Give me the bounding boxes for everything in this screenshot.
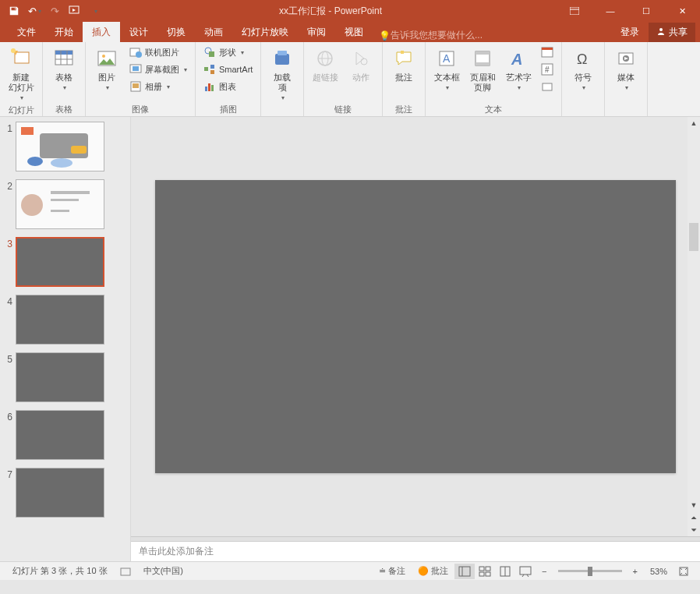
svg-rect-53: [486, 572, 490, 576]
share-button[interactable]: 共享: [649, 23, 695, 42]
chevron-down-icon: ▾: [446, 84, 449, 91]
wordart-icon: A: [506, 46, 531, 71]
tab-file[interactable]: 文件: [8, 22, 45, 42]
fit-to-window-icon[interactable]: [673, 564, 694, 579]
slide-thumb-4[interactable]: [16, 295, 104, 345]
svg-rect-16: [133, 66, 139, 71]
smartart-icon: [203, 63, 216, 76]
chevron-down-icon: ▾: [63, 84, 66, 91]
scroll-down-icon[interactable]: ▼: [688, 499, 700, 511]
maximize-icon[interactable]: ☐: [628, 0, 664, 22]
svg-rect-25: [208, 83, 210, 91]
next-slide-icon[interactable]: ⏷: [688, 524, 700, 536]
redo-icon[interactable]: ↷: [45, 2, 64, 20]
slide-thumb-5[interactable]: [16, 352, 104, 402]
tab-home[interactable]: 开始: [45, 22, 83, 42]
vertical-scrollbar[interactable]: ▲ ▼ ⏶ ⏷: [688, 117, 700, 536]
action-button[interactable]: 动作: [345, 44, 377, 84]
normal-view-icon[interactable]: [454, 564, 475, 579]
slide-number-button[interactable]: #: [538, 62, 557, 77]
zoom-in-button[interactable]: +: [627, 567, 644, 576]
tab-transitions[interactable]: 切换: [157, 22, 195, 42]
slide-counter[interactable]: 幻灯片 第 3 张，共 10 张: [6, 565, 114, 577]
chevron-down-icon: ▾: [20, 94, 23, 101]
object-icon: [541, 80, 553, 93]
date-time-button[interactable]: [538, 44, 557, 60]
comments-toggle[interactable]: 🟠 批注: [412, 565, 454, 577]
object-button[interactable]: [538, 79, 557, 94]
tab-review[interactable]: 审阅: [298, 22, 335, 42]
pictures-button[interactable]: 图片 ▾: [90, 44, 123, 93]
notes-pane[interactable]: 单击此处添加备注: [131, 541, 700, 561]
slide-thumb-6[interactable]: [16, 410, 104, 460]
prev-slide-icon[interactable]: ⏶: [688, 511, 700, 524]
photo-album-button[interactable]: 相册▾: [126, 79, 190, 94]
svg-rect-48: [459, 567, 470, 576]
slide-thumb-1[interactable]: [16, 122, 104, 171]
qat-customize-icon[interactable]: ▾: [86, 2, 104, 20]
media-button[interactable]: 媒体 ▾: [610, 44, 642, 93]
zoom-slider[interactable]: [558, 570, 622, 572]
start-from-beginning-icon[interactable]: [65, 2, 84, 20]
minimize-icon[interactable]: —: [592, 0, 628, 22]
close-icon[interactable]: ✕: [664, 0, 700, 22]
share-icon: [656, 27, 666, 38]
screenshot-button[interactable]: 屏幕截图▾: [126, 62, 190, 77]
svg-rect-18: [133, 83, 139, 88]
language-status[interactable]: 中文(中国): [137, 565, 189, 577]
save-icon[interactable]: [5, 2, 23, 20]
tab-insert[interactable]: 插入: [83, 22, 120, 42]
reading-view-icon[interactable]: [495, 564, 515, 579]
svg-rect-43: [543, 83, 552, 90]
scroll-thumb[interactable]: [689, 223, 698, 251]
media-icon: [613, 46, 638, 71]
smartart-button[interactable]: SmartArt: [200, 62, 256, 77]
sorter-view-icon[interactable]: [475, 564, 495, 579]
hyperlink-button[interactable]: 超链接: [309, 44, 341, 84]
addins-button[interactable]: 加载 项 ▾: [266, 44, 299, 103]
slide-thumb-7[interactable]: [16, 468, 104, 518]
slide-thumb-3[interactable]: [16, 237, 104, 287]
svg-rect-27: [275, 54, 289, 65]
svg-rect-24: [205, 87, 207, 91]
table-button[interactable]: 表格 ▾: [48, 44, 80, 93]
textbox-button[interactable]: A 文本框 ▾: [430, 44, 463, 93]
slide-thumb-2[interactable]: [16, 179, 104, 229]
notes-toggle[interactable]: ≐ 备注: [373, 565, 412, 577]
new-slide-icon: [9, 46, 34, 71]
tab-view[interactable]: 视图: [335, 22, 373, 42]
svg-rect-22: [210, 65, 214, 69]
spellcheck-icon[interactable]: [114, 566, 137, 577]
chevron-down-icon: ▾: [582, 84, 585, 91]
addins-icon: [270, 46, 295, 71]
tell-me-search[interactable]: 💡 告诉我您想要做什么...: [379, 29, 483, 42]
slide-thumbnails-panel[interactable]: 1 ✱ 2 3 4: [0, 117, 131, 561]
slide-canvas[interactable]: [155, 180, 676, 473]
online-pictures-button[interactable]: 联机图片: [126, 44, 190, 60]
symbol-button[interactable]: Ω 符号 ▾: [567, 44, 599, 93]
zoom-level[interactable]: 53%: [644, 567, 673, 576]
svg-rect-51: [486, 567, 490, 571]
tab-animations[interactable]: 动画: [195, 22, 232, 42]
new-slide-button[interactable]: 新建 幻灯片 ▾: [5, 44, 37, 103]
svg-rect-52: [479, 572, 484, 576]
slideshow-view-icon[interactable]: [515, 564, 536, 579]
header-footer-button[interactable]: 页眉和页脚: [466, 44, 499, 94]
comment-button[interactable]: 批注: [387, 44, 420, 84]
svg-rect-50: [479, 567, 484, 571]
tab-slideshow[interactable]: 幻灯片放映: [232, 22, 298, 42]
login-button[interactable]: 登录: [614, 23, 645, 42]
svg-point-3: [659, 28, 663, 31]
shapes-icon: [203, 46, 216, 58]
ribbon-display-icon[interactable]: [557, 0, 592, 22]
action-icon: [348, 46, 373, 71]
zoom-out-button[interactable]: −: [536, 567, 553, 576]
wordart-button[interactable]: A 艺术字 ▾: [502, 44, 535, 93]
scroll-up-icon[interactable]: ▲: [688, 117, 700, 129]
undo-icon[interactable]: ↶▾: [25, 2, 44, 20]
chart-button[interactable]: 图表: [200, 79, 256, 94]
svg-point-5: [11, 48, 16, 53]
tab-design[interactable]: 设计: [120, 22, 157, 42]
shapes-button[interactable]: 形状▾: [200, 44, 256, 60]
number-icon: #: [541, 63, 553, 76]
